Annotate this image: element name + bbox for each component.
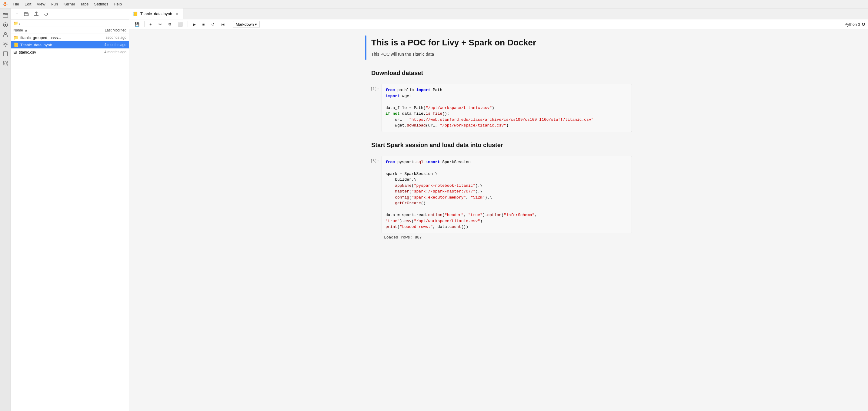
file-browser: + — [11, 8, 129, 411]
upload-button[interactable] — [33, 10, 40, 18]
kernel-circle-indicator — [862, 23, 865, 26]
restart-run-all-button[interactable]: ⏭ — [219, 21, 227, 28]
cell-input-2[interactable]: from pyspark.sql import SparkSession spa… — [381, 156, 632, 233]
sort-name[interactable]: Name ▲ — [13, 28, 87, 32]
file-item-notebook[interactable]: 📒 Titanic_data.ipynb 4 months ago — [11, 41, 129, 48]
add-icon: + — [149, 22, 152, 27]
cell-prompt-1: [1]: — [366, 84, 381, 132]
svg-point-2 — [3, 4, 4, 4]
kernel-name: Python 3 — [845, 22, 860, 27]
toolbar-separator-2 — [188, 21, 188, 27]
code-cell2-container: [5]: from pyspark.sql import SparkSessio… — [365, 156, 632, 241]
file-name: Titanic_data.ipynb — [20, 43, 87, 47]
file-modified: seconds ago — [87, 35, 126, 40]
section1-cell-wrapper: Download dataset — [366, 62, 632, 81]
gear-icon — [3, 41, 8, 47]
menu-settings[interactable]: Settings — [92, 1, 111, 7]
notebook-title: This is a POC for Livy + Spark on Docker — [371, 38, 627, 47]
cell-prompt-2: [5]: — [366, 156, 381, 233]
file-name: titanic_grouped_pass... — [20, 35, 87, 40]
restart-icon: ↺ — [211, 22, 215, 27]
restart-button[interactable]: ↺ — [209, 21, 217, 28]
notebook-subtitle: This POC will run the Titanic data — [371, 51, 627, 58]
notebook-toolbar: 💾 + ✂ ⧉ ⬜ ▶ ■ ↺ — [129, 20, 868, 29]
menu-file[interactable]: File — [10, 1, 22, 7]
save-icon: 💾 — [134, 22, 140, 27]
notebook-area: 📒 Titanic_data.ipynb × 💾 + ✂ ⧉ ⬜ — [129, 8, 868, 411]
refresh-button[interactable] — [42, 10, 50, 18]
cell-output-2: Loaded rows: 887 — [366, 233, 632, 241]
person-icon — [3, 32, 8, 37]
activity-person[interactable] — [1, 30, 10, 39]
csv-icon: ⊞ — [13, 49, 17, 55]
copy-button[interactable]: ⧉ — [166, 21, 174, 28]
section2-md-cell[interactable]: Start Spark session and load data into c… — [366, 134, 632, 153]
sidebar-toolbar: + — [11, 8, 129, 20]
code-cell-2[interactable]: [5]: from pyspark.sql import SparkSessio… — [366, 156, 632, 233]
menu-run[interactable]: Run — [48, 1, 60, 7]
code-cell-1[interactable]: [1]: from pathlib import Path import wge… — [366, 84, 632, 132]
tab-icon: 📒 — [133, 11, 138, 16]
file-item-csv[interactable]: ⊞ titanic.csv 4 months ago — [11, 48, 129, 56]
code-cell2-wrapper: [5]: from pyspark.sql import SparkSessio… — [366, 156, 632, 241]
tab-close-button[interactable]: × — [175, 11, 179, 16]
svg-point-3 — [7, 4, 7, 4]
col-name-label: Name — [13, 28, 23, 32]
menu-kernel[interactable]: Kernel — [61, 1, 77, 7]
copy-icon: ⧉ — [168, 22, 171, 27]
run-button[interactable]: ▶ — [190, 21, 198, 28]
section2-cell-wrapper: Start Spark session and load data into c… — [366, 134, 632, 153]
svg-point-8 — [4, 43, 6, 45]
app-body: + — [0, 8, 868, 411]
folder-icon — [3, 12, 8, 18]
cut-button[interactable]: ✂ — [156, 21, 164, 28]
activity-puzzle[interactable] — [1, 59, 10, 68]
refresh-icon — [43, 11, 49, 16]
breadcrumb: 📁 / — [11, 20, 129, 27]
svg-point-7 — [4, 32, 6, 34]
breadcrumb-icon: 📁 — [13, 21, 20, 26]
cell-input-1[interactable]: from pathlib import Path import wget dat… — [381, 84, 632, 132]
cut-icon: ✂ — [158, 22, 162, 27]
file-list-header: Name ▲ Last Modified — [11, 27, 129, 34]
file-item-folder[interactable]: 📁 titanic_grouped_pass... seconds ago — [11, 34, 129, 41]
notebook-icon: 📒 — [13, 42, 19, 47]
stop-button[interactable]: ■ — [200, 21, 207, 28]
title-cell-container: This is a POC for Livy + Spark on Docker… — [365, 35, 632, 60]
title-md-cell[interactable]: This is a POC for Livy + Spark on Docker… — [366, 35, 632, 60]
new-file-button[interactable]: + — [13, 10, 21, 18]
activity-square[interactable] — [1, 49, 10, 58]
code-cell1-wrapper: [1]: from pathlib import Path import wge… — [366, 84, 632, 132]
section1-heading: Download dataset — [371, 70, 627, 76]
save-button[interactable]: 💾 — [132, 21, 142, 28]
notebook-content: This is a POC for Livy + Spark on Docker… — [129, 29, 868, 411]
svg-point-0 — [4, 2, 6, 4]
menu-tabs[interactable]: Tabs — [78, 1, 91, 7]
activity-folder[interactable] — [1, 11, 10, 20]
paste-button[interactable]: ⬜ — [176, 21, 185, 28]
section2-cell-container: Start Spark session and load data into c… — [365, 134, 632, 153]
add-cell-button[interactable]: + — [147, 21, 154, 28]
title-cell-wrapper: This is a POC for Livy + Spark on Docker… — [366, 35, 632, 60]
toolbar-separator-1 — [144, 21, 145, 27]
section1-md-cell[interactable]: Download dataset — [366, 62, 632, 81]
new-folder-button[interactable] — [23, 10, 30, 18]
run-icon: ▶ — [193, 22, 196, 27]
square-icon — [3, 51, 8, 57]
svg-point-6 — [4, 24, 6, 26]
activity-settings[interactable] — [1, 40, 10, 48]
circle-icon — [3, 22, 8, 28]
notebook-tab[interactable]: 📒 Titanic_data.ipynb × — [129, 8, 183, 19]
tab-label: Titanic_data.ipynb — [140, 11, 172, 16]
upload-icon — [34, 11, 39, 16]
file-list: 📁 titanic_grouped_pass... seconds ago 📒 … — [11, 34, 129, 411]
section2-heading: Start Spark session and load data into c… — [371, 142, 627, 148]
activity-circle[interactable] — [1, 21, 10, 29]
folder-icon: 📁 — [13, 35, 19, 40]
menu-edit[interactable]: Edit — [22, 1, 34, 7]
code-cell1-container: [1]: from pathlib import Path import wge… — [365, 84, 632, 132]
cell-type-dropdown[interactable]: Markdown ▾ — [233, 21, 260, 28]
menu-help[interactable]: Help — [111, 1, 124, 7]
file-modified: 4 months ago — [87, 43, 126, 47]
menu-view[interactable]: View — [34, 1, 48, 7]
